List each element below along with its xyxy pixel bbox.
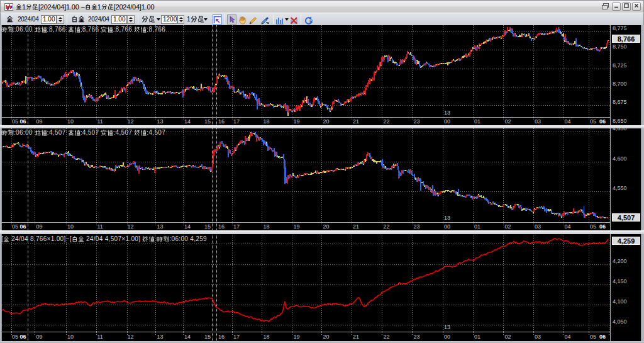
svg-text:R: R — [309, 19, 313, 23]
